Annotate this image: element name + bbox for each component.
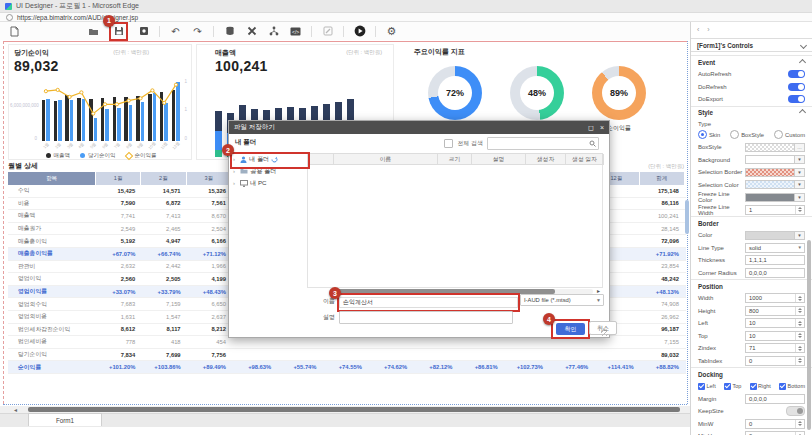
save-as-icon[interactable] <box>137 25 150 38</box>
dataset-icon[interactable]: </> <box>289 25 302 38</box>
swatch-menu-button[interactable]: ▼ <box>795 193 805 202</box>
file-name-input[interactable]: 손익계산서 <box>339 297 518 308</box>
dialog-titlebar[interactable]: 파일 저장하기 ◻ × <box>229 121 609 134</box>
section-header-docking[interactable]: Docking <box>691 367 812 380</box>
checkbox-checked[interactable] <box>779 383 786 390</box>
radio-boxstyle[interactable]: BoxStyle <box>730 130 764 139</box>
undo-icon[interactable]: ↶ <box>169 25 182 38</box>
search-all-checkbox[interactable] <box>444 139 453 148</box>
spinner-arrows[interactable] <box>795 206 804 214</box>
corner-radius-input[interactable]: 0,0,0,0 <box>745 268 805 278</box>
height-input[interactable]: 800 <box>745 306 805 316</box>
radio-button[interactable] <box>698 130 707 139</box>
left-input[interactable]: 10 <box>745 318 805 328</box>
section-header-border[interactable]: Border <box>691 216 812 229</box>
swatch-menu-button[interactable]: ▼ <box>795 231 805 240</box>
list-column-header[interactable]: 크기 <box>438 154 472 165</box>
settings-gear-icon[interactable]: ⚙ <box>385 25 398 38</box>
swatch-menu-button[interactable]: ▼ <box>795 180 805 189</box>
radio-custom[interactable]: Custom <box>774 130 805 139</box>
radio-skin[interactable]: Skin <box>698 130 720 139</box>
boxstyle-swatch[interactable] <box>745 143 795 152</box>
dorefresh-toggle[interactable] <box>788 83 805 91</box>
dock-top-checkbox[interactable]: Top <box>724 383 741 390</box>
tree-expander-icon[interactable]: › <box>233 180 238 186</box>
background-swatch[interactable] <box>745 155 795 164</box>
more-button[interactable]: … <box>795 143 805 152</box>
data-source-icon[interactable] <box>223 25 236 38</box>
minh-input[interactable]: 0 <box>745 431 805 435</box>
new-file-icon[interactable] <box>8 25 21 38</box>
spinner-arrows[interactable] <box>795 344 804 352</box>
list-column-header[interactable] <box>308 154 334 165</box>
tabindex-input[interactable]: 0 <box>745 356 805 366</box>
spinner-arrows[interactable] <box>795 420 804 428</box>
run-icon[interactable] <box>353 25 366 38</box>
description-input[interactable] <box>339 311 513 324</box>
canvas-vertical-scrollbar[interactable] <box>685 200 689 234</box>
dock-bottom-checkbox[interactable]: Bottom <box>779 383 805 390</box>
tab-form1[interactable]: Form1 <box>28 413 102 426</box>
thickness-input[interactable]: 1,1,1,1 <box>745 255 805 265</box>
hierarchy-icon[interactable] <box>267 25 280 38</box>
selection-border-swatch[interactable] <box>745 168 795 177</box>
panel-collapse-icons[interactable]: ‹ › <box>697 26 713 33</box>
controls-header[interactable]: [Form1]'s Controls <box>691 38 812 52</box>
top-input[interactable]: 10 <box>745 331 805 341</box>
redo-icon[interactable]: ↷ <box>191 25 204 38</box>
site-info-icon[interactable] <box>6 14 13 21</box>
checkbox-checked[interactable] <box>724 383 731 390</box>
dialog-resize-grip[interactable] <box>601 329 608 336</box>
hscroll-right-arrow-icon[interactable]: ▸ <box>597 287 600 294</box>
line-type-select[interactable]: solid▼ <box>745 243 805 253</box>
spinner-arrows[interactable] <box>795 294 804 302</box>
panel-scrollbar-thumb[interactable] <box>807 240 811 430</box>
page-url[interactable]: https://epa.bimatrix.com/AUD/designer.js… <box>17 14 138 21</box>
search-icon[interactable] <box>589 140 596 147</box>
color-swatch[interactable] <box>745 231 795 240</box>
width-input[interactable]: 1000 <box>745 293 805 303</box>
margin-input[interactable]: 0,0,0,0 <box>745 394 805 404</box>
spinner-arrows[interactable] <box>795 307 804 315</box>
list-column-header[interactable]: 생성 일자 <box>566 154 604 165</box>
canvas-hscroll-thumb[interactable] <box>28 407 680 412</box>
autorefresh-toggle[interactable] <box>788 70 805 78</box>
zindex-input[interactable]: 71 <box>745 343 805 353</box>
ok-button[interactable]: 확인 <box>556 323 585 335</box>
dock-left-checkbox[interactable]: Left <box>698 383 716 390</box>
freeze-line-color-swatch[interactable] <box>745 193 795 202</box>
spinner-arrows[interactable] <box>795 357 804 365</box>
open-folder-icon[interactable] <box>87 25 100 38</box>
list-column-header[interactable]: 이름 <box>334 154 438 165</box>
save-icon[interactable] <box>112 25 125 38</box>
radio-button[interactable] <box>774 130 783 139</box>
minw-input[interactable]: 0 <box>745 419 805 429</box>
section-header-style[interactable]: Style <box>691 106 812 119</box>
selection-color-swatch[interactable] <box>745 180 795 189</box>
table-cell: +66.74% <box>141 251 186 257</box>
file-type-select[interactable]: I-AUD file (*.mtsd)▼ <box>520 294 604 306</box>
file-list-body[interactable] <box>307 165 603 288</box>
spinner-arrows[interactable] <box>795 332 804 340</box>
tree-item-node[interactable]: ›내 PC <box>233 177 305 189</box>
dock-right-checkbox[interactable]: Right <box>750 383 771 390</box>
freeze-line-width-input[interactable]: 1 <box>745 205 805 215</box>
search-input[interactable] <box>487 137 599 150</box>
swatch-menu-button[interactable]: ▼ <box>795 168 805 177</box>
maximize-icon[interactable]: ◻ <box>588 121 594 134</box>
edit-icon[interactable] <box>321 25 334 38</box>
spinner-arrows[interactable] <box>795 319 804 327</box>
keepsize-toggle[interactable] <box>786 406 805 416</box>
swatch-menu-button[interactable]: ▼ <box>795 155 805 164</box>
list-column-header[interactable]: 생성자 <box>526 154 566 165</box>
scroll-left-arrow-icon[interactable]: ◂ <box>14 406 17 413</box>
checkbox-checked[interactable] <box>750 383 757 390</box>
section-header-event[interactable]: Event <box>691 55 812 68</box>
radio-button[interactable] <box>730 130 739 139</box>
doexport-toggle[interactable] <box>788 95 805 103</box>
section-header-position[interactable]: Position <box>691 279 812 292</box>
close-icon[interactable]: × <box>600 121 604 134</box>
tools-icon[interactable] <box>245 25 258 38</box>
checkbox-checked[interactable] <box>698 383 705 390</box>
list-column-header[interactable]: 설명 <box>472 154 526 165</box>
